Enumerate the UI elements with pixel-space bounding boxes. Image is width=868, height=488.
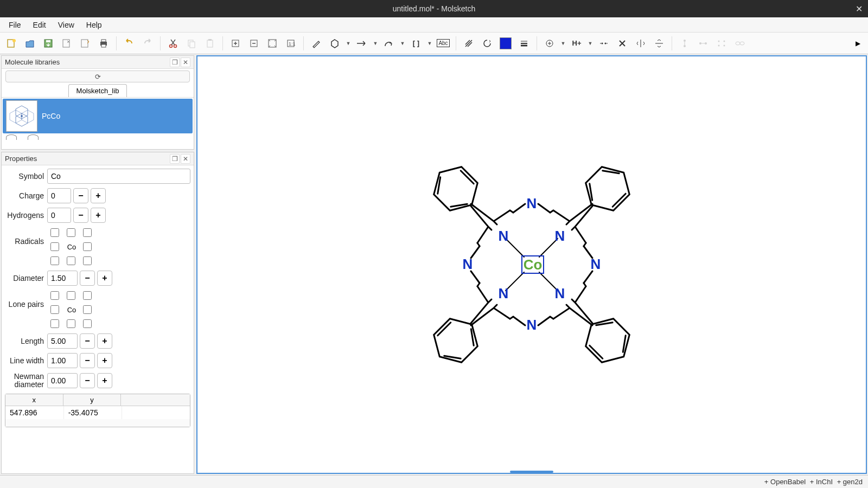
libraries-float-button[interactable]: ❐ <box>170 57 180 67</box>
libraries-list[interactable]: PcCo <box>2 97 194 149</box>
atom-n[interactable]: N <box>555 228 565 244</box>
lonepair-se[interactable] <box>83 319 92 328</box>
lonepair-nw[interactable] <box>50 291 59 300</box>
lonepair-s[interactable] <box>67 319 75 328</box>
lonepair-n[interactable] <box>67 291 75 300</box>
lonepair-ne[interactable] <box>83 291 92 300</box>
toolbar-overflow-button[interactable]: ▶ <box>851 37 865 49</box>
paste-button[interactable] <box>202 35 218 52</box>
libraries-tab-molsketch[interactable]: Molsketch_lib <box>68 84 127 97</box>
curved-arrow-dropdown[interactable]: ▼ <box>399 41 406 46</box>
libraries-close-button[interactable]: ✕ <box>181 57 190 67</box>
rotate-button[interactable] <box>479 35 495 52</box>
atom-n[interactable]: N <box>499 285 509 301</box>
linewidth-increment[interactable]: + <box>97 353 112 368</box>
atom-n[interactable]: N <box>555 285 565 301</box>
horizontal-scroll-indicator[interactable] <box>510 471 553 473</box>
zoom-out-button[interactable] <box>246 35 262 52</box>
atom-n[interactable]: N <box>527 317 537 333</box>
brackets-tool-button[interactable]: [ ] <box>408 35 424 52</box>
zoom-in-button[interactable] <box>227 35 244 52</box>
newman-input[interactable] <box>47 373 78 388</box>
lonepair-w[interactable] <box>50 305 59 314</box>
menu-edit[interactable]: Edit <box>28 18 52 31</box>
ring-dropdown[interactable]: ▼ <box>345 41 352 46</box>
charge-decrement[interactable]: − <box>73 188 88 203</box>
flip-h-button[interactable] <box>633 35 649 52</box>
chain-button[interactable] <box>732 35 748 52</box>
coord-x-value[interactable]: 547.896 <box>5 406 64 419</box>
ring-tool-button[interactable] <box>327 35 343 52</box>
charge-button[interactable] <box>541 35 558 52</box>
charge-increment[interactable]: + <box>91 188 106 203</box>
lonepair-e[interactable] <box>83 305 92 314</box>
new-file-button[interactable] <box>3 35 20 52</box>
radical-n[interactable] <box>67 228 75 237</box>
distribute-button[interactable] <box>713 35 730 52</box>
save-as-button[interactable] <box>59 35 75 52</box>
hydrogens-decrement[interactable]: − <box>73 208 88 223</box>
save-file-button[interactable] <box>40 35 56 52</box>
length-input[interactable] <box>47 333 78 349</box>
properties-close-button[interactable]: ✕ <box>181 154 190 164</box>
atom-n[interactable]: N <box>591 256 601 272</box>
radical-nw[interactable] <box>50 228 59 237</box>
export-button[interactable] <box>77 35 93 52</box>
open-file-button[interactable] <box>22 35 38 52</box>
brackets-dropdown[interactable]: ▼ <box>426 41 433 46</box>
copy-button[interactable] <box>183 35 200 52</box>
hatch-button[interactable] <box>461 35 477 52</box>
library-item-pcco[interactable]: PcCo <box>3 99 193 133</box>
curved-arrow-button[interactable] <box>381 35 397 52</box>
libraries-refresh-button[interactable]: ⟳ <box>5 70 190 82</box>
diameter-decrement[interactable]: − <box>80 271 95 286</box>
radical-w[interactable] <box>50 242 59 251</box>
radical-sw[interactable] <box>50 256 59 265</box>
zoom-reset-button[interactable]: 1:1 <box>283 35 299 52</box>
arrow-tool-button[interactable] <box>354 35 370 52</box>
print-button[interactable] <box>95 35 112 52</box>
atom-n[interactable]: N <box>499 228 509 244</box>
atom-n[interactable]: N <box>463 256 473 272</box>
hydrogen-button[interactable]: H+ <box>569 35 585 52</box>
length-increment[interactable]: + <box>97 333 112 349</box>
lonepair-button[interactable] <box>596 35 612 52</box>
zoom-fit-button[interactable] <box>264 35 280 52</box>
linewidth-input[interactable] <box>47 353 78 368</box>
diameter-increment[interactable]: + <box>97 271 112 286</box>
linewidth-button[interactable] <box>516 35 532 52</box>
diameter-input[interactable] <box>47 271 78 286</box>
menu-file[interactable]: File <box>3 18 27 31</box>
hydrogens-increment[interactable]: + <box>91 208 106 223</box>
radical-ne[interactable] <box>83 228 92 237</box>
hydrogen-dropdown[interactable]: ▼ <box>587 41 593 46</box>
undo-button[interactable] <box>121 35 137 52</box>
atom-n[interactable]: N <box>527 195 537 211</box>
symbol-input[interactable] <box>47 169 190 184</box>
atom-co[interactable]: Co <box>524 256 542 273</box>
menu-help[interactable]: Help <box>81 18 107 31</box>
color-button[interactable] <box>497 35 514 52</box>
align-v-button[interactable] <box>676 35 693 52</box>
arrow-dropdown[interactable]: ▼ <box>372 41 379 46</box>
window-close-button[interactable]: ✕ <box>856 4 863 14</box>
lonepair-sw[interactable] <box>50 319 59 328</box>
radical-se[interactable] <box>83 256 92 265</box>
radical-s[interactable] <box>67 256 75 265</box>
redo-button[interactable] <box>139 35 156 52</box>
delete-tool-button[interactable] <box>614 35 630 52</box>
newman-decrement[interactable]: − <box>80 373 95 388</box>
align-h-button[interactable] <box>695 35 711 52</box>
menu-view[interactable]: View <box>53 18 80 31</box>
text-tool-button[interactable]: Abc <box>435 35 451 52</box>
drawing-canvas[interactable]: N N N N N N N N Co <box>196 55 867 474</box>
length-decrement[interactable]: − <box>80 333 95 349</box>
molecule-drawing[interactable]: N N N N N N N N Co <box>407 140 656 389</box>
charge-dropdown[interactable]: ▼ <box>560 41 566 46</box>
coord-y-value[interactable]: -35.4075 <box>64 406 123 419</box>
cut-button[interactable] <box>165 35 181 52</box>
draw-tool-button[interactable] <box>308 35 324 52</box>
linewidth-decrement[interactable]: − <box>80 353 95 368</box>
flip-v-button[interactable] <box>651 35 667 52</box>
hydrogens-input[interactable] <box>47 208 71 223</box>
